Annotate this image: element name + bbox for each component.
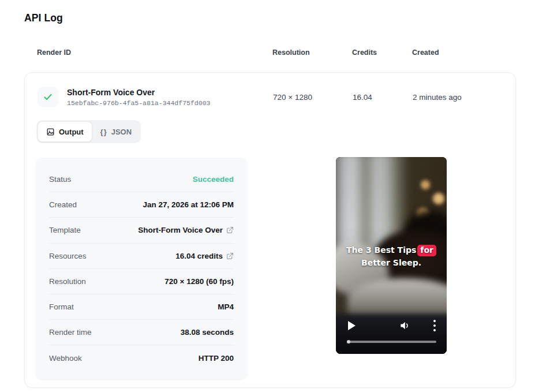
render-id: 15ebfabc-976b-4fa5-a81a-344df75fd003	[67, 99, 210, 107]
video-preview[interactable]: The 3 Best Tipsfor Better Sleep.	[336, 157, 447, 354]
video-controls	[336, 319, 447, 333]
detail-value: 720 × 1280 (60 fps)	[164, 277, 234, 286]
detail-label: Format	[49, 303, 74, 311]
image-icon	[46, 128, 55, 136]
cell-resolution: 720 × 1280	[273, 93, 353, 102]
braces-icon: {}	[100, 128, 107, 136]
tab-json-label: JSON	[111, 128, 132, 136]
cell-credits: 16.04	[353, 93, 413, 102]
api-log-page: API Log Render ID Resolution Credits Cre…	[0, 0, 535, 392]
detail-row-webhook: Webhook HTTP 200	[49, 345, 234, 371]
status-check-badge	[38, 87, 58, 107]
detail-value: Jan 27, 2026 at 12:06 PM	[143, 200, 234, 209]
detail-label: Status	[49, 175, 71, 184]
col-header-credits: Credits	[352, 48, 412, 57]
detail-row-created: Created Jan 27, 2026 at 12:06 PM	[49, 192, 234, 218]
col-header-created: Created	[412, 48, 516, 57]
render-details-panel: Status Succeeded Created Jan 27, 2026 at…	[35, 158, 248, 380]
detail-label: Resources	[49, 252, 87, 260]
check-icon	[43, 92, 53, 102]
tab-json[interactable]: {} JSON	[92, 121, 140, 142]
detail-row-resources: Resources 16.04 credits	[49, 244, 234, 269]
caption-line1: The 3 Best Tips	[346, 245, 416, 255]
detail-value: HTTP 200	[199, 354, 234, 363]
detail-label: Render time	[49, 328, 92, 337]
template-link[interactable]: Short-Form Voice Over	[138, 226, 234, 234]
detail-row-render-time: Render time 38.08 seconds	[49, 320, 234, 345]
col-header-render-id: Render ID	[37, 48, 272, 57]
tab-output[interactable]: Output	[38, 121, 92, 142]
cell-created: 2 minutes ago	[413, 93, 515, 102]
tab-output-label: Output	[59, 128, 84, 136]
play-icon[interactable]	[348, 321, 356, 330]
render-log-card: Short-Form Voice Over 15ebfabc-976b-4fa5…	[24, 72, 516, 388]
caption-line2: Better Sleep.	[361, 258, 421, 267]
table-row[interactable]: Short-Form Voice Over 15ebfabc-976b-4fa5…	[25, 87, 515, 107]
detail-row-status: Status Succeeded	[49, 167, 234, 192]
status-badge: Succeeded	[193, 175, 234, 184]
external-link-icon[interactable]	[226, 252, 234, 260]
detail-value: 38.08 seconds	[181, 328, 234, 337]
col-header-resolution: Resolution	[272, 48, 352, 57]
detail-value: MP4	[218, 303, 234, 311]
volume-icon[interactable]	[398, 320, 411, 331]
render-title: Short-Form Voice Over	[67, 88, 210, 97]
video-caption: The 3 Best Tipsfor Better Sleep.	[336, 244, 447, 270]
detail-value: 16.04 credits	[175, 252, 223, 260]
detail-row-resolution: Resolution 720 × 1280 (60 fps)	[49, 269, 234, 294]
output-json-tab-group: Output {} JSON	[36, 120, 141, 143]
caption-highlight: for	[417, 245, 436, 256]
detail-row-format: Format MP4	[49, 294, 234, 320]
resources-link[interactable]: 16.04 credits	[175, 252, 234, 260]
external-link-icon[interactable]	[226, 226, 234, 234]
table-header-row: Render ID Resolution Credits Created	[24, 47, 516, 58]
more-options-icon[interactable]	[433, 320, 436, 331]
detail-label: Template	[49, 226, 81, 234]
video-progress-bar[interactable]	[347, 341, 436, 343]
page-title: API Log	[24, 12, 63, 24]
progress-knob[interactable]	[347, 340, 350, 344]
detail-label: Resolution	[49, 277, 86, 286]
detail-label: Webhook	[49, 354, 82, 363]
detail-value: Short-Form Voice Over	[138, 226, 223, 234]
detail-row-template: Template Short-Form Voice Over	[49, 218, 234, 243]
detail-label: Created	[49, 200, 77, 209]
